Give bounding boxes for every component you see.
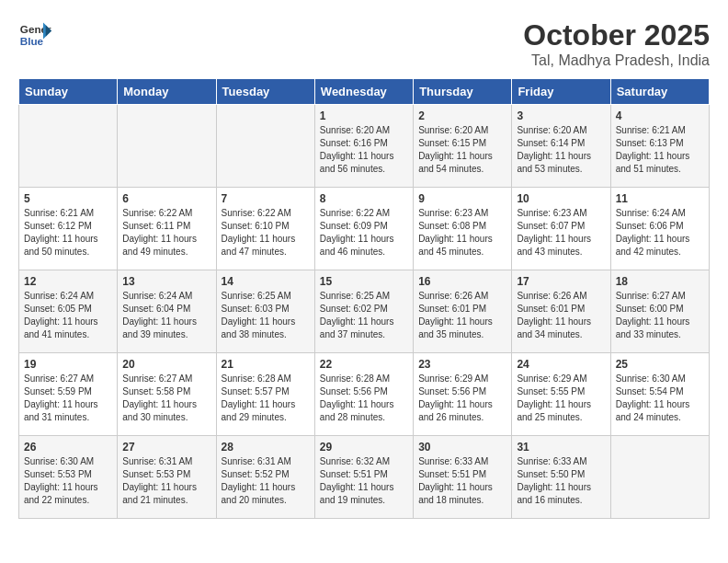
day-cell: 28Sunrise: 6:31 AM Sunset: 5:52 PM Dayli… [216,436,314,519]
day-number: 28 [222,441,310,454]
day-cell: 17Sunrise: 6:26 AM Sunset: 6:01 PM Dayli… [512,270,610,353]
logo: General Blue [18,18,51,52]
header-cell-monday: Monday [118,79,216,105]
day-info: Sunrise: 6:22 AM Sunset: 6:09 PM Dayligh… [320,207,408,259]
day-number: 17 [517,275,605,288]
day-cell: 16Sunrise: 6:26 AM Sunset: 6:01 PM Dayli… [414,270,512,353]
day-number: 31 [517,441,605,454]
day-number: 29 [320,441,408,454]
day-info: Sunrise: 6:32 AM Sunset: 5:51 PM Dayligh… [320,455,408,507]
header-cell-sunday: Sunday [19,79,118,105]
day-cell: 1Sunrise: 6:20 AM Sunset: 6:16 PM Daylig… [314,105,413,188]
day-cell: 10Sunrise: 6:23 AM Sunset: 6:07 PM Dayli… [512,188,610,270]
day-cell: 24Sunrise: 6:29 AM Sunset: 5:55 PM Dayli… [512,353,610,436]
day-number: 26 [24,441,112,454]
header: General Blue October 2025 Tal, Madhya Pr… [18,18,710,69]
day-info: Sunrise: 6:28 AM Sunset: 5:56 PM Dayligh… [320,373,408,424]
calendar-subtitle: Tal, Madhya Pradesh, India [523,52,710,69]
day-number: 21 [222,358,310,371]
day-cell: 5Sunrise: 6:21 AM Sunset: 6:12 PM Daylig… [19,188,118,270]
day-info: Sunrise: 6:27 AM Sunset: 5:58 PM Dayligh… [122,373,210,424]
day-number: 25 [616,358,704,371]
header-cell-tuesday: Tuesday [216,79,314,105]
day-cell: 25Sunrise: 6:30 AM Sunset: 5:54 PM Dayli… [610,353,709,436]
day-info: Sunrise: 6:30 AM Sunset: 5:54 PM Dayligh… [616,373,704,424]
day-cell: 12Sunrise: 6:24 AM Sunset: 6:05 PM Dayli… [19,270,118,353]
day-number: 1 [320,109,408,122]
day-info: Sunrise: 6:27 AM Sunset: 6:00 PM Dayligh… [616,290,704,341]
header-cell-saturday: Saturday [610,79,709,105]
day-cell: 19Sunrise: 6:27 AM Sunset: 5:59 PM Dayli… [19,353,118,436]
day-cell: 23Sunrise: 6:29 AM Sunset: 5:56 PM Dayli… [414,353,512,436]
day-cell: 2Sunrise: 6:20 AM Sunset: 6:15 PM Daylig… [414,105,512,188]
header-cell-wednesday: Wednesday [314,79,413,105]
day-info: Sunrise: 6:20 AM Sunset: 6:15 PM Dayligh… [418,124,506,176]
day-number: 20 [122,358,210,371]
day-info: Sunrise: 6:26 AM Sunset: 6:01 PM Dayligh… [517,290,605,341]
day-number: 18 [616,275,704,288]
day-info: Sunrise: 6:23 AM Sunset: 6:07 PM Dayligh… [517,207,605,259]
calendar-title: October 2025 [523,18,710,52]
day-cell: 13Sunrise: 6:24 AM Sunset: 6:04 PM Dayli… [118,270,216,353]
week-row-0: 1Sunrise: 6:20 AM Sunset: 6:16 PM Daylig… [19,105,710,188]
day-info: Sunrise: 6:27 AM Sunset: 5:59 PM Dayligh… [24,373,112,424]
day-cell: 22Sunrise: 6:28 AM Sunset: 5:56 PM Dayli… [314,353,413,436]
day-cell: 31Sunrise: 6:33 AM Sunset: 5:50 PM Dayli… [512,436,610,519]
day-number: 15 [320,275,408,288]
day-info: Sunrise: 6:22 AM Sunset: 6:10 PM Dayligh… [222,207,310,259]
day-info: Sunrise: 6:21 AM Sunset: 6:12 PM Dayligh… [24,207,112,259]
day-cell: 4Sunrise: 6:21 AM Sunset: 6:13 PM Daylig… [610,105,709,188]
header-row: SundayMondayTuesdayWednesdayThursdayFrid… [19,79,710,105]
day-cell: 21Sunrise: 6:28 AM Sunset: 5:57 PM Dayli… [216,353,314,436]
day-cell: 29Sunrise: 6:32 AM Sunset: 5:51 PM Dayli… [314,436,413,519]
day-info: Sunrise: 6:31 AM Sunset: 5:53 PM Dayligh… [122,455,210,507]
day-info: Sunrise: 6:29 AM Sunset: 5:56 PM Dayligh… [418,373,506,424]
day-info: Sunrise: 6:33 AM Sunset: 5:50 PM Dayligh… [517,455,605,507]
day-number: 6 [122,192,210,205]
day-info: Sunrise: 6:23 AM Sunset: 6:08 PM Dayligh… [418,207,506,259]
day-cell: 14Sunrise: 6:25 AM Sunset: 6:03 PM Dayli… [216,270,314,353]
day-number: 11 [616,192,704,205]
day-number: 14 [222,275,310,288]
calendar-table: SundayMondayTuesdayWednesdayThursdayFrid… [18,78,710,519]
day-number: 5 [24,192,112,205]
day-cell: 18Sunrise: 6:27 AM Sunset: 6:00 PM Dayli… [610,270,709,353]
day-number: 3 [517,109,605,122]
day-cell [216,105,314,188]
day-cell: 20Sunrise: 6:27 AM Sunset: 5:58 PM Dayli… [118,353,216,436]
day-info: Sunrise: 6:29 AM Sunset: 5:55 PM Dayligh… [517,373,605,424]
day-info: Sunrise: 6:20 AM Sunset: 6:14 PM Dayligh… [517,124,605,176]
day-info: Sunrise: 6:25 AM Sunset: 6:02 PM Dayligh… [320,290,408,341]
day-number: 10 [517,192,605,205]
day-number: 9 [418,192,506,205]
day-info: Sunrise: 6:33 AM Sunset: 5:51 PM Dayligh… [418,455,506,507]
day-info: Sunrise: 6:21 AM Sunset: 6:13 PM Dayligh… [616,124,704,176]
day-number: 4 [616,109,704,122]
day-info: Sunrise: 6:24 AM Sunset: 6:06 PM Dayligh… [616,207,704,259]
day-number: 30 [418,441,506,454]
day-cell [19,105,118,188]
day-info: Sunrise: 6:31 AM Sunset: 5:52 PM Dayligh… [222,455,310,507]
logo-icon: General Blue [18,18,51,52]
header-cell-friday: Friday [512,79,610,105]
day-cell: 9Sunrise: 6:23 AM Sunset: 6:08 PM Daylig… [414,188,512,270]
day-number: 12 [24,275,112,288]
day-number: 13 [122,275,210,288]
day-cell: 26Sunrise: 6:30 AM Sunset: 5:53 PM Dayli… [19,436,118,519]
day-cell: 15Sunrise: 6:25 AM Sunset: 6:02 PM Dayli… [314,270,413,353]
day-info: Sunrise: 6:28 AM Sunset: 5:57 PM Dayligh… [222,373,310,424]
day-cell: 30Sunrise: 6:33 AM Sunset: 5:51 PM Dayli… [414,436,512,519]
day-cell: 7Sunrise: 6:22 AM Sunset: 6:10 PM Daylig… [216,188,314,270]
day-cell [610,436,709,519]
day-info: Sunrise: 6:30 AM Sunset: 5:53 PM Dayligh… [24,455,112,507]
week-row-1: 5Sunrise: 6:21 AM Sunset: 6:12 PM Daylig… [19,188,710,270]
day-number: 2 [418,109,506,122]
week-row-3: 19Sunrise: 6:27 AM Sunset: 5:59 PM Dayli… [19,353,710,436]
day-number: 27 [122,441,210,454]
header-cell-thursday: Thursday [414,79,512,105]
day-number: 7 [222,192,310,205]
day-info: Sunrise: 6:22 AM Sunset: 6:11 PM Dayligh… [122,207,210,259]
day-cell [118,105,216,188]
day-cell: 27Sunrise: 6:31 AM Sunset: 5:53 PM Dayli… [118,436,216,519]
day-info: Sunrise: 6:26 AM Sunset: 6:01 PM Dayligh… [418,290,506,341]
